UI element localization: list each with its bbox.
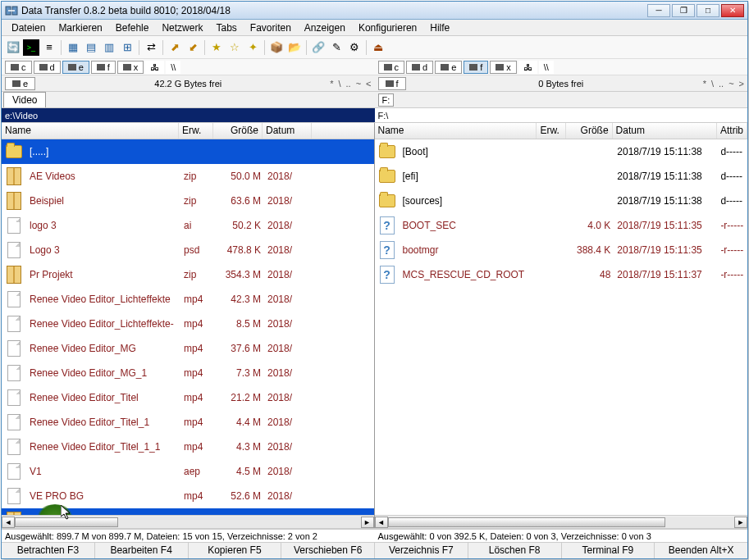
file-row[interactable]: Renee Video Editor_Titel_1mp44.4 M2018/ bbox=[2, 410, 374, 435]
menu-favoriten[interactable]: Favoriten bbox=[244, 22, 298, 34]
scroll-left-icon[interactable]: ◄ bbox=[375, 517, 388, 528]
settings-icon[interactable]: ⚙ bbox=[346, 39, 363, 56]
terminal-icon[interactable]: >_ bbox=[23, 39, 39, 56]
view-details-icon[interactable]: ▤ bbox=[83, 39, 99, 56]
close-button[interactable]: ✕ bbox=[721, 4, 744, 17]
nav-btn[interactable]: < bbox=[366, 79, 371, 89]
file-row[interactable]: Renee Video Editor_Titel_1_1mp44.3 M2018… bbox=[2, 435, 374, 459]
menu-markieren[interactable]: Markieren bbox=[52, 22, 108, 34]
file-row[interactable]: [efi]2018/7/19 15:11:38d----- bbox=[375, 164, 748, 189]
file-row[interactable]: Pr Projektzip354.3 M2018/ bbox=[2, 262, 374, 287]
pack-icon[interactable]: 📦 bbox=[268, 39, 285, 56]
file-row[interactable]: V1aep4.5 M2018/ bbox=[2, 459, 374, 484]
maximize-button[interactable]: □ bbox=[696, 4, 719, 17]
scroll-right-icon[interactable]: ► bbox=[734, 517, 747, 528]
titlebar[interactable]: Data Transfer 0.8.2 beta build 8010; 201… bbox=[2, 2, 747, 20]
edit-icon[interactable]: ✎ bbox=[328, 39, 345, 56]
right-path[interactable]: F:\ bbox=[375, 108, 748, 122]
menu-konfigurieren[interactable]: Konfigurieren bbox=[352, 22, 423, 34]
drive-f[interactable]: f bbox=[91, 61, 116, 74]
fnkey-button[interactable]: Terminal F9 bbox=[562, 543, 655, 558]
nav-btn[interactable]: \ bbox=[338, 79, 340, 89]
unpack-icon[interactable]: 📂 bbox=[286, 39, 303, 56]
properties-icon[interactable]: ≡ bbox=[41, 39, 57, 56]
exit-icon[interactable]: ⏏ bbox=[370, 39, 386, 56]
restore-button[interactable]: ❐ bbox=[672, 4, 695, 17]
fnkey-button[interactable]: Beenden Alt+X bbox=[655, 543, 747, 558]
file-row[interactable]: Beispielzip63.6 M2018/ bbox=[2, 189, 374, 213]
favorite-star-icon[interactable]: ✦ bbox=[244, 39, 261, 56]
drive-f[interactable]: f bbox=[464, 61, 488, 74]
nav-btn[interactable]: * bbox=[330, 79, 333, 89]
right-columns[interactable]: NameErw.GrößeDatumAttrib bbox=[375, 123, 748, 139]
nav-btn[interactable]: > bbox=[739, 79, 744, 89]
left-filelist[interactable]: [.....]AE Videoszip50.0 M2018/Beispielzi… bbox=[2, 139, 374, 515]
menu-hilfe[interactable]: Hilfe bbox=[423, 22, 456, 34]
file-row[interactable]: AE Videoszip50.0 M2018/ bbox=[2, 164, 374, 189]
view-list-icon[interactable]: ▦ bbox=[65, 39, 81, 56]
drive-e[interactable]: e bbox=[435, 61, 462, 74]
favorite-add-icon[interactable]: ★ bbox=[208, 39, 225, 56]
menu-anzeigen[interactable]: Anzeigen bbox=[298, 22, 352, 34]
file-row[interactable]: [sources]2018/7/19 15:11:38d----- bbox=[375, 189, 748, 213]
refresh-icon[interactable]: 🔄 bbox=[5, 39, 21, 56]
drive-c[interactable]: c bbox=[378, 61, 405, 74]
root-icon[interactable]: \\ bbox=[166, 61, 180, 74]
column-header[interactable]: Attrib bbox=[717, 123, 747, 139]
drive-x[interactable]: x bbox=[117, 61, 144, 74]
nav-btn[interactable]: \ bbox=[711, 79, 714, 89]
column-header[interactable]: Erw. bbox=[537, 123, 565, 139]
swap-icon[interactable]: ⇄ bbox=[143, 39, 159, 56]
file-row[interactable]: Renee Video Editor_Lichteffekte-mp48.5 M… bbox=[2, 312, 374, 336]
column-header[interactable]: Größe bbox=[566, 123, 613, 139]
view-tree-icon[interactable]: ▥ bbox=[101, 39, 117, 56]
file-row[interactable]: Renee Video Editor_MG_1mp47.3 M2018/ bbox=[2, 361, 374, 385]
fnkey-button[interactable]: Verzeichnis F7 bbox=[375, 543, 468, 558]
fnkey-button[interactable]: Bearbeiten F4 bbox=[95, 543, 189, 558]
left-drive-label[interactable]: e bbox=[5, 77, 35, 90]
left-tab[interactable]: Video bbox=[3, 92, 46, 107]
column-header[interactable]: Name bbox=[375, 123, 537, 139]
file-row[interactable]: [Boot]2018/7/19 15:11:38d----- bbox=[375, 139, 748, 164]
share-icon[interactable]: 🖧 bbox=[145, 61, 164, 74]
fnkey-button[interactable]: Kopieren F5 bbox=[189, 543, 282, 558]
menu-dateien[interactable]: Dateien bbox=[5, 22, 52, 34]
drive-x[interactable]: x bbox=[490, 61, 517, 74]
column-header[interactable]: Erw. bbox=[179, 123, 213, 139]
right-drive-label[interactable]: f bbox=[378, 77, 406, 90]
connect-icon[interactable]: 🔗 bbox=[310, 39, 327, 56]
fnkey-button[interactable]: Betrachten F3 bbox=[2, 543, 95, 558]
scroll-left-icon[interactable]: ◄ bbox=[2, 517, 15, 528]
file-row[interactable]: Logo 3psd478.8 K2018/ bbox=[2, 238, 374, 262]
fnkey-button[interactable]: Löschen F8 bbox=[468, 543, 562, 558]
drive-c[interactable]: c bbox=[5, 61, 32, 74]
right-filelist[interactable]: [Boot]2018/7/19 15:11:38d-----[efi]2018/… bbox=[375, 139, 748, 515]
right-hscroll[interactable]: ◄ ► bbox=[375, 515, 748, 528]
favorite-del-icon[interactable]: ☆ bbox=[226, 39, 243, 56]
nav-btn[interactable]: * bbox=[703, 79, 706, 89]
file-row[interactable]: ?BOOT_SEC4.0 K2018/7/19 15:11:35-r----- bbox=[375, 213, 748, 238]
left-path[interactable]: e:\Video bbox=[2, 108, 375, 122]
file-row[interactable]: Renee Video Editor_Lichteffektemp442.3 M… bbox=[2, 287, 374, 312]
file-row[interactable]: Renee Video Editor_MGmp437.6 M2018/ bbox=[2, 336, 374, 361]
root-icon[interactable]: \\ bbox=[539, 61, 554, 74]
drive-e[interactable]: e bbox=[62, 61, 89, 74]
view-thumbs-icon[interactable]: ⊞ bbox=[119, 39, 135, 56]
fnkey-button[interactable]: Verschieben F6 bbox=[281, 543, 375, 558]
drive-d[interactable]: d bbox=[406, 61, 433, 74]
minimize-button[interactable]: ─ bbox=[647, 4, 670, 17]
file-row[interactable]: ?bootmgr388.4 K2018/7/19 15:11:35-r----- bbox=[375, 238, 748, 262]
menu-befehle[interactable]: Befehle bbox=[109, 22, 156, 34]
menu-netzwerk[interactable]: Netzwerk bbox=[155, 22, 209, 34]
nav-btn[interactable]: .. bbox=[719, 79, 724, 89]
left-columns[interactable]: NameErw.GrößeDatum bbox=[2, 123, 374, 139]
file-row[interactable]: Videoszip248.6 M2018 bbox=[2, 508, 374, 515]
drive-d[interactable]: d bbox=[34, 61, 61, 74]
column-header[interactable]: Größe bbox=[213, 123, 263, 139]
file-row[interactable]: Renee Video Editor_Titelmp421.2 M2018/ bbox=[2, 385, 374, 410]
file-row[interactable]: logo 3ai50.2 K2018/ bbox=[2, 213, 374, 238]
column-header[interactable]: Datum bbox=[613, 123, 717, 139]
left-hscroll[interactable]: ◄ ► bbox=[2, 515, 374, 528]
scroll-right-icon[interactable]: ► bbox=[361, 517, 374, 528]
column-header[interactable]: Datum bbox=[263, 123, 312, 139]
